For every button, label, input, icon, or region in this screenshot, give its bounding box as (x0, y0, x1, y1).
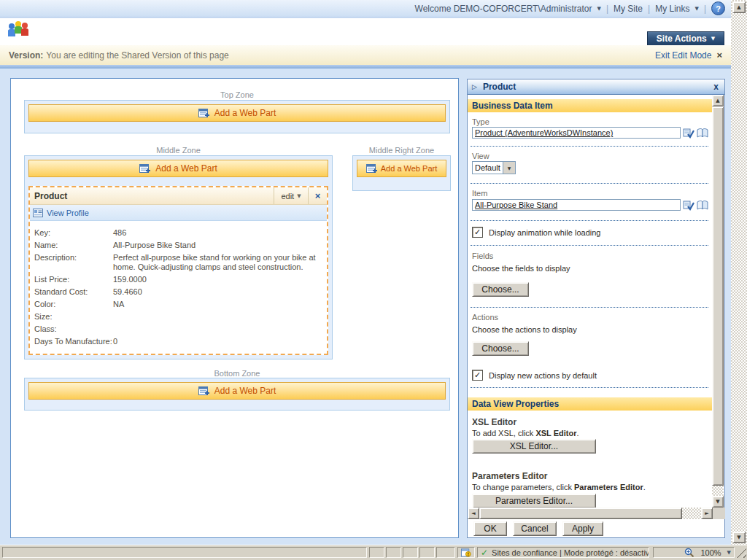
table-row: Class: (34, 324, 322, 334)
scroll-up-button[interactable]: ▲ (732, 1, 746, 13)
choose-actions-button[interactable]: Choose... (472, 341, 529, 356)
check-icon: ✓ (474, 228, 481, 236)
welcome-user-menu[interactable]: Welcome DEMO-COFORCERT\Administrator (415, 4, 592, 14)
check-names-icon[interactable] (683, 128, 694, 139)
tool-pane-horizontal-scrollbar[interactable]: ◄ ► (468, 508, 713, 519)
scrollbar-corner (713, 508, 725, 519)
choose-fields-button[interactable]: Choose... (472, 282, 529, 297)
product-fields: Key:486 Name:All-Purpose Bike Stand Desc… (30, 221, 327, 346)
chevron-down-icon[interactable]: ▼ (727, 550, 731, 556)
separator: | (648, 4, 650, 14)
check-names-icon[interactable] (683, 200, 694, 211)
site-actions-button[interactable]: Site Actions ▼ (647, 31, 724, 45)
parameters-editor-button[interactable]: Parameters Editor... (472, 494, 596, 508)
site-actions-label: Site Actions (657, 34, 707, 44)
animation-checkbox-label: Display animation while loading (489, 228, 600, 237)
item-value[interactable]: All-Purpose Bike Stand (475, 201, 557, 209)
resize-grip-icon[interactable] (736, 548, 746, 558)
zone-label-middle: Middle Zone (24, 146, 333, 155)
add-web-part-button-top[interactable]: Add a Web Part (28, 104, 446, 122)
table-row: Name:All-Purpose Bike Stand (34, 241, 322, 250)
type-value[interactable]: Product (AdventureWorksDWInstance) (475, 128, 613, 137)
view-select[interactable]: Default ▼ (472, 161, 516, 174)
item-label: Item (472, 189, 708, 198)
cancel-label: Cancel (521, 524, 548, 534)
close-icon[interactable]: × (716, 50, 722, 61)
browser-status-bar: ✓ Sites de confiance | Mode protégé : dé… (0, 545, 747, 560)
scrollbar-thumb[interactable] (712, 106, 724, 486)
scroll-right-button[interactable]: ► (701, 508, 713, 519)
web-part-close-button[interactable]: × (308, 187, 327, 204)
ok-button[interactable]: OK (473, 521, 507, 536)
dropdown-button[interactable]: ▼ (503, 162, 515, 174)
parameters-editor-heading: Parameters Editor (472, 471, 708, 481)
table-row: List Price:159.0000 (34, 275, 322, 284)
xsl-desc-text: To add XSL, click (472, 429, 535, 438)
web-part-edit-menu[interactable]: edit ▼ (274, 187, 308, 204)
add-web-part-label: Add a Web Part (155, 163, 217, 174)
version-bar: Version: You are editing the Shared Vers… (0, 45, 731, 65)
table-row: Standard Cost:59.4660 (34, 287, 322, 297)
scroll-down-button[interactable]: ▼ (712, 496, 724, 508)
table-row: Color:NA (34, 300, 322, 309)
parameters-editor-button-label: Parameters Editor... (495, 496, 573, 506)
collapse-triangle-icon[interactable]: ▷ (472, 83, 477, 90)
param-desc-period: . (643, 483, 646, 491)
add-web-part-icon (366, 164, 378, 174)
scroll-down-button[interactable]: ▼ (732, 532, 746, 543)
new-actions-checkbox[interactable]: ✓ (472, 370, 483, 381)
arrow-down-icon: ▼ (716, 499, 719, 505)
param-desc-text: To change parameters, click (472, 483, 574, 491)
web-part-toolbar: View Profile (30, 205, 327, 221)
fields-description: Choose the fields to display (472, 264, 708, 273)
help-icon[interactable]: ? (711, 1, 725, 15)
browse-book-icon[interactable] (697, 200, 708, 211)
cancel-button[interactable]: Cancel (513, 521, 557, 536)
zoom-pane[interactable]: 100% ▼ (653, 547, 735, 558)
add-web-part-button-middle[interactable]: Add a Web Part (28, 160, 328, 177)
web-part-page: Top Zone Add a Web Part Middle Zone Midd… (10, 78, 459, 538)
exit-edit-mode-link[interactable]: Exit Edit Mode (655, 50, 711, 61)
scroll-up-button[interactable]: ▲ (712, 95, 724, 106)
animation-checkbox[interactable]: ✓ (472, 227, 483, 238)
tool-pane-title: Product (483, 82, 516, 92)
new-actions-checkbox-row: ✓ Display new actions by default (472, 370, 708, 381)
status-pane (369, 547, 384, 558)
chevron-down-icon: ▼ (297, 193, 301, 199)
apply-button[interactable]: Apply (562, 521, 603, 536)
browse-book-icon[interactable] (697, 128, 708, 139)
my-site-link[interactable]: My Site (614, 4, 643, 14)
divider (471, 307, 708, 308)
chevron-down-icon[interactable]: ▼ (694, 6, 698, 12)
browser-vertical-scrollbar[interactable]: ▲ ▼ (731, 0, 747, 545)
table-row: Days To Manufacture:0 (34, 337, 322, 346)
view-profile-link[interactable]: View Profile (47, 209, 89, 217)
arrow-up-icon: ▲ (737, 4, 740, 10)
parameters-editor-description: To change parameters, click Parameters E… (472, 483, 708, 491)
tool-pane-vertical-scrollbar[interactable]: ▲ ▼ (712, 95, 724, 508)
xsl-editor-button[interactable]: XSL Editor... (472, 439, 596, 454)
actions-label: Actions (472, 313, 708, 322)
section-data-view-properties: Data View Properties (468, 397, 713, 411)
choose-actions-label: Choose... (481, 343, 519, 354)
item-input[interactable]: All-Purpose Bike Stand (472, 199, 681, 211)
scroll-left-button[interactable]: ◄ (468, 508, 479, 519)
type-input[interactable]: Product (AdventureWorksDWInstance) (472, 127, 681, 139)
close-icon[interactable]: x (713, 82, 719, 92)
xsl-editor-heading: XSL Editor (472, 417, 708, 427)
check-icon: ✓ (474, 371, 481, 379)
chevron-down-icon[interactable]: ▼ (597, 6, 600, 12)
add-web-part-label: Add a Web Part (381, 164, 437, 173)
add-web-part-button-middle-right[interactable]: Add a Web Part (357, 160, 446, 177)
add-web-part-button-bottom[interactable]: Add a Web Part (28, 382, 446, 400)
view-selected-value: Default (473, 163, 503, 172)
zone-top: Add a Web Part (24, 100, 450, 133)
separator: | (704, 4, 706, 14)
table-row: Key:486 (34, 228, 322, 238)
view-field-row: Default ▼ (472, 161, 708, 174)
type-field-row: Product (AdventureWorksDWInstance) (472, 127, 708, 139)
scrollbar-thumb[interactable] (479, 508, 682, 519)
arrow-down-icon: ▼ (737, 534, 740, 540)
tool-pane-content: Business Data Item Type Product (Adventu… (468, 95, 713, 508)
my-links-menu[interactable]: My Links (655, 4, 689, 14)
